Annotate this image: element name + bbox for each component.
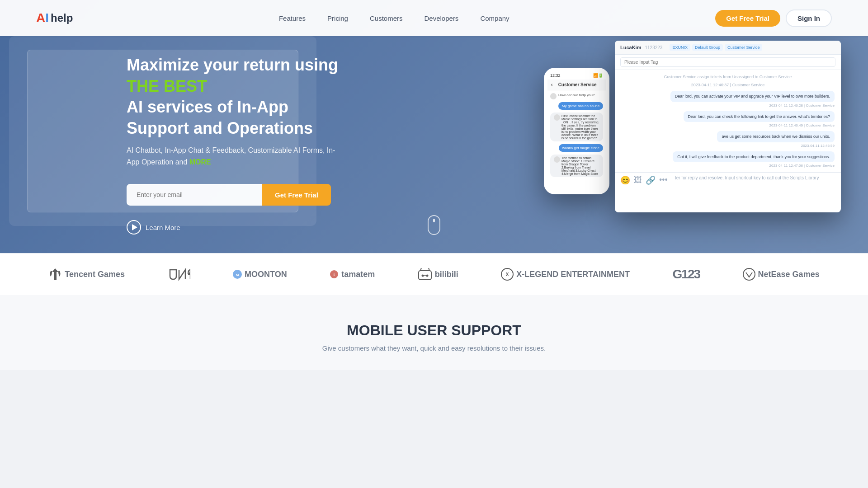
desktop-user-id: 1123223 (645, 45, 662, 50)
section-title-bold: MOBILE (347, 322, 403, 338)
hero-title-highlight: THE BEST (127, 77, 207, 95)
learn-more-label: Learn More (146, 224, 180, 231)
svg-point-9 (426, 275, 428, 277)
agent-bubble-3: ave us get some resources back when we d… (717, 131, 835, 142)
play-triangle (132, 224, 137, 230)
partner-ung (168, 264, 190, 284)
phone-chat: How can we help you? My game has no soun… (547, 90, 606, 180)
system-message-1: Customer Service assign tickets from Una… (621, 75, 835, 79)
desktop-tags: EXUNIX Default Group Customer Service (670, 44, 762, 51)
tencent-label: Tencent Games (65, 270, 125, 279)
msg-time-2: 2023-04-11 12:46:49 | Customer Service (769, 123, 835, 127)
email-form: Get Free Trial (127, 184, 339, 206)
toolbar-image-icon[interactable]: 🖼 (634, 175, 642, 185)
toolbar-emoji-icon[interactable]: 😊 (620, 175, 630, 185)
xlegend-icon: X (501, 268, 514, 281)
phone-mockup: 12:32 📶🔋 ‹ Customer Service How can we h… (544, 68, 609, 194)
tag-service: Customer Service (725, 44, 763, 51)
agent-message-1: Dear lord, you can activate your VIP and… (621, 91, 835, 108)
logo-ai-text: AI (36, 11, 49, 25)
hero-subtitle-more: MORE (189, 158, 211, 166)
svg-marker-0 (52, 268, 58, 280)
chat-bubble-user-2: wanna get magic stone (559, 144, 603, 152)
agent-message-2: Dear lord, you can check the following l… (621, 111, 835, 128)
nav-developers[interactable]: Developers (425, 14, 459, 22)
logo-a: A (36, 11, 45, 25)
learn-more-link[interactable]: Learn More (127, 220, 339, 235)
tag-exunix: EXUNIX (670, 44, 690, 51)
toolbar-link-icon[interactable]: 🔗 (646, 175, 656, 185)
nav-trial-button[interactable]: Get Free Trial (715, 10, 780, 27)
hero-title: Maximize your return using THE BEST AI s… (127, 55, 339, 139)
desktop-mockup: LucaKim 1123223 EXUNIX Default Group Cus… (615, 41, 841, 212)
system-time-1: 2023-04-11 12:46:37 | Customer Service (621, 83, 835, 87)
desktop-messages: Customer Service assign tickets from Una… (615, 70, 841, 172)
desktop-header: LucaKim 1123223 EXUNIX Default Group Cus… (615, 41, 841, 55)
svg-rect-5 (419, 271, 431, 280)
nav-company[interactable]: Company (480, 14, 509, 22)
section-title-rest: USER SUPPORT (403, 322, 521, 338)
chat-mockup: 12:32 📶🔋 ‹ Customer Service How can we h… (544, 41, 841, 212)
play-icon (127, 220, 141, 235)
toolbar-more-icon[interactable]: ••• (659, 175, 668, 185)
moonton-label: MOONTON (245, 270, 287, 279)
msg-time-3: 2023-04-11 12:46:59 (801, 144, 835, 148)
bot-reply-2: The method to obtain Magic Stone: 1.Rewa… (561, 156, 599, 175)
get-trial-button[interactable]: Get Free Trial (262, 184, 331, 206)
partner-netease: NetEase Games (743, 264, 820, 284)
partners-section: Tencent Games M MOONTON t tamatem (0, 253, 868, 295)
nav-pricing[interactable]: Pricing (327, 14, 348, 22)
chat-avatar-bot (554, 114, 560, 121)
hero-content: Maximize your return using THE BEST AI s… (0, 55, 339, 235)
partner-xlegend: X X-LEGEND ENTERTAINMENT (501, 264, 630, 284)
nav-signin-button[interactable]: Sign In (786, 9, 832, 27)
scroll-indicator[interactable] (428, 215, 440, 235)
svg-text:t: t (334, 272, 335, 277)
hero-subtitle: AI Chatbot, In-App Chat & Feedback, Cust… (127, 145, 339, 168)
nav-features[interactable]: Features (279, 14, 306, 22)
logo-i: I (45, 11, 49, 25)
agent-message-3: ave us get some resources back when we d… (621, 131, 835, 148)
desktop-user-name: LucaKim (620, 45, 641, 50)
email-input[interactable] (127, 184, 262, 206)
hero-section: Maximize your return using THE BEST AI s… (0, 0, 868, 253)
xlegend-label: X-LEGEND ENTERTAINMENT (516, 270, 630, 279)
bilibili-label: bilibili (435, 270, 458, 279)
chat-bubble-user-1: My game has no sound (558, 102, 603, 110)
section-title: MOBILE USER SUPPORT (36, 322, 832, 339)
tencent-icon (48, 267, 62, 281)
phone-icons: 📶🔋 (593, 73, 603, 78)
agent-message-4: Got it, I will give feedback to the prod… (621, 151, 835, 168)
bottom-section: MOBILE USER SUPPORT Give customers what … (0, 295, 868, 370)
chat-question-1: How can we help you? (550, 93, 603, 99)
partner-bilibili: bilibili (418, 264, 458, 284)
svg-text:M: M (236, 273, 239, 277)
chat-avatar-1 (550, 93, 557, 99)
chat-q1-text: How can we help you? (558, 93, 595, 97)
phone-time: 12:32 (550, 73, 561, 78)
partner-g123: G123 (673, 264, 700, 284)
logo: AI help (36, 11, 73, 25)
toolbar-hint: ter for reply and resolve, Input shortcu… (675, 175, 819, 185)
phone-status-bar: 12:32 📶🔋 (547, 71, 606, 80)
phone-header-back[interactable]: ‹ (551, 82, 552, 87)
hero-title-prefix: Maximize your return using (127, 56, 338, 74)
partner-tamatem: t tamatem (330, 264, 375, 284)
partner-moonton: M MOONTON (233, 264, 287, 284)
tag-group: Default Group (692, 44, 723, 51)
msg-time-1: 2023-04-11 12:46:28 | Customer Service (769, 103, 835, 108)
logo-help-text: help (51, 12, 73, 24)
desktop-input-bar (615, 55, 841, 70)
chat-bubble-bot-2: The method to obtain Magic Stone: 1.Rewa… (550, 155, 603, 177)
nav-actions: Get Free Trial Sign In (715, 9, 832, 27)
partner-tencent: Tencent Games (48, 264, 125, 284)
svg-point-13 (743, 268, 755, 280)
phone-header-title: Customer Service (558, 82, 597, 87)
nav-links: Features Pricing Customers Developers Co… (279, 14, 509, 22)
desktop-tag-input[interactable] (620, 57, 835, 67)
agent-bubble-4: Got it, I will give feedback to the prod… (673, 151, 835, 163)
nav-customers[interactable]: Customers (370, 14, 403, 22)
phone-header: ‹ Customer Service (547, 80, 606, 90)
agent-bubble-1: Dear lord, you can activate your VIP and… (670, 91, 835, 102)
tamatem-icon: t (330, 270, 339, 279)
